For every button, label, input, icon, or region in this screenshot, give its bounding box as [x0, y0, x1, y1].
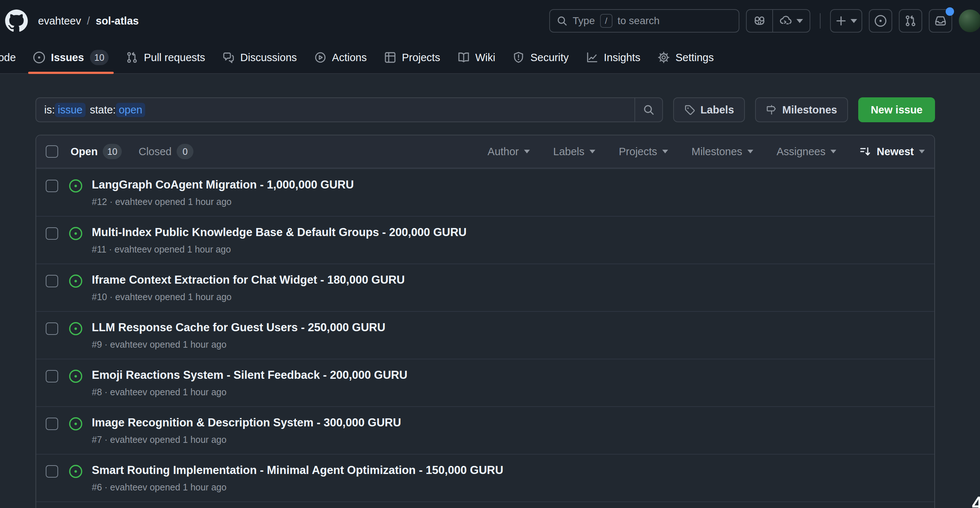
github-issues-page: { "header": { "owner": "evahteev", "sepa… — [0, 0, 980, 508]
app-header: evahteev / sol-atlas Type / to search — [0, 0, 980, 42]
issue-title[interactable]: LangGraph CoAgent Migration - 1,000,000 … — [92, 179, 354, 191]
issue-meta: #9 · evahteev opened 1 hour ago — [92, 339, 385, 350]
issue-checkbox[interactable] — [46, 180, 58, 192]
tab-wiki[interactable]: Wiki — [449, 42, 504, 73]
search-placeholder-suffix: to search — [617, 15, 660, 27]
issue-title[interactable]: Image Recognition & Description System -… — [92, 417, 401, 429]
inbox-button[interactable] — [929, 9, 952, 33]
table-icon — [384, 52, 396, 63]
breadcrumb-repo[interactable]: sol-atlas — [96, 15, 139, 27]
create-new-button[interactable] — [830, 9, 862, 33]
issue-checkbox[interactable] — [46, 227, 58, 240]
labels-button-label: Labels — [700, 104, 734, 116]
issue-row[interactable]: LangGraph CoAgent Migration - 1,000,000 … — [36, 168, 934, 216]
issues-list-header: Open 10 Closed 0 Author Labels Projects — [36, 136, 934, 168]
tab-issues-label: Issues — [51, 52, 84, 64]
labels-filter-dropdown[interactable]: Labels — [553, 146, 595, 158]
corner-overlay-glyph: 4 — [972, 492, 980, 508]
discussions-icon — [223, 52, 234, 63]
header-actions: Type / to search — [549, 9, 970, 33]
book-icon — [458, 52, 469, 63]
sort-dropdown[interactable]: Newest — [860, 146, 925, 158]
filter-toolbar: is:issuestate:open Labels Milestones — [35, 97, 935, 122]
issue-opened-icon — [33, 52, 45, 63]
author-filter-dropdown[interactable]: Author — [487, 146, 530, 158]
tab-actions-label: Actions — [332, 52, 367, 64]
tag-icon — [684, 104, 695, 115]
shield-icon — [513, 52, 524, 63]
chevron-down-icon — [748, 150, 753, 153]
tab-security[interactable]: Security — [504, 42, 578, 73]
tab-projects-label: Projects — [402, 52, 440, 64]
copilot-dropdown-button[interactable] — [773, 10, 810, 32]
issue-title[interactable]: Iframe Context Extraction for Chat Widge… — [92, 274, 405, 286]
tab-issues[interactable]: Issues 10 — [24, 42, 118, 73]
milestones-filter-label: Milestones — [692, 146, 742, 158]
tab-settings[interactable]: Settings — [649, 42, 722, 73]
slash-keycap: / — [600, 14, 612, 28]
issue-title[interactable]: Emoji Reactions System - Silent Feedback… — [92, 369, 407, 381]
tab-projects[interactable]: Projects — [375, 42, 449, 73]
github-logo-icon[interactable] — [5, 10, 28, 32]
tab-settings-label: Settings — [675, 52, 714, 64]
milestones-button-label: Milestones — [782, 104, 837, 116]
filter-search-button[interactable] — [635, 98, 662, 121]
copilot-button[interactable] — [747, 10, 772, 32]
copilot-split-button — [746, 9, 810, 33]
labels-filter-label: Labels — [553, 146, 584, 158]
issue-checkbox[interactable] — [46, 370, 58, 382]
cloud-terminal-icon — [780, 14, 792, 27]
milestones-button[interactable]: Milestones — [755, 97, 848, 122]
issue-row[interactable]: Smart Routing Implementation - Minimal A… — [36, 454, 934, 502]
issue-checkbox[interactable] — [46, 418, 58, 430]
issue-title[interactable]: Multi-Index Public Knowledge Base & Defa… — [92, 226, 466, 239]
closed-tab-label[interactable]: Closed — [138, 146, 172, 158]
issue-checkbox[interactable] — [46, 323, 58, 335]
tab-insights-label: Insights — [604, 52, 640, 64]
global-search-input[interactable]: Type / to search — [549, 9, 740, 33]
issues-count-badge: 10 — [90, 50, 109, 65]
tab-pull-requests[interactable]: Pull requests — [118, 42, 214, 73]
plus-icon — [835, 15, 847, 27]
list-filter-dropdowns: Author Labels Projects Milestones Assign… — [487, 146, 925, 158]
your-issues-button[interactable] — [869, 9, 892, 33]
issue-row[interactable]: Multi-Index Public Knowledge Base & Defa… — [36, 216, 934, 264]
tab-actions[interactable]: Actions — [306, 42, 375, 73]
sort-label: Newest — [877, 146, 914, 158]
select-all-checkbox[interactable] — [46, 145, 58, 158]
milestones-filter-dropdown[interactable]: Milestones — [692, 146, 753, 158]
chevron-down-icon — [589, 150, 595, 153]
assignees-filter-dropdown[interactable]: Assignees — [777, 146, 837, 158]
issues-filter-input[interactable]: is:issuestate:open — [35, 97, 663, 122]
issue-title[interactable]: Smart Routing Implementation - Minimal A… — [92, 464, 503, 476]
issue-meta: #11 · evahteev opened 1 hour ago — [92, 244, 466, 255]
issue-row[interactable]: Iframe Context Extraction for Chat Widge… — [36, 264, 934, 311]
tab-discussions[interactable]: Discussions — [214, 42, 306, 73]
issue-title[interactable]: LLM Response Cache for Guest Users - 250… — [92, 321, 385, 334]
tab-security-label: Security — [530, 52, 569, 64]
issue-row[interactable]: LLM Response Cache for Guest Users - 250… — [36, 311, 934, 359]
breadcrumb-owner[interactable]: evahteev — [38, 15, 81, 27]
tab-code[interactable]: Code — [0, 42, 24, 73]
labels-button[interactable]: Labels — [673, 97, 745, 122]
tab-insights[interactable]: Insights — [578, 42, 649, 73]
chevron-down-icon — [662, 150, 668, 153]
issue-checkbox[interactable] — [46, 275, 58, 287]
assignees-filter-label: Assignees — [777, 146, 826, 158]
issue-opened-icon — [69, 227, 82, 240]
play-circle-icon — [315, 52, 326, 63]
open-count-badge: 10 — [103, 144, 122, 159]
your-pull-requests-button[interactable] — [899, 9, 922, 33]
search-icon — [557, 15, 568, 26]
avatar[interactable] — [959, 10, 980, 32]
chevron-down-icon — [851, 19, 857, 23]
issue-row[interactable]: Image Recognition & Description System -… — [36, 406, 934, 454]
issue-row[interactable]: Emoji Reactions System - Silent Feedback… — [36, 359, 934, 406]
issue-checkbox[interactable] — [46, 465, 58, 478]
sort-desc-icon — [860, 146, 872, 157]
new-issue-button[interactable]: New issue — [858, 97, 935, 122]
filter-token-is-key: is: — [44, 104, 55, 116]
projects-filter-dropdown[interactable]: Projects — [619, 146, 668, 158]
open-tab-label[interactable]: Open — [71, 146, 98, 158]
breadcrumb: evahteev / sol-atlas — [38, 15, 138, 27]
